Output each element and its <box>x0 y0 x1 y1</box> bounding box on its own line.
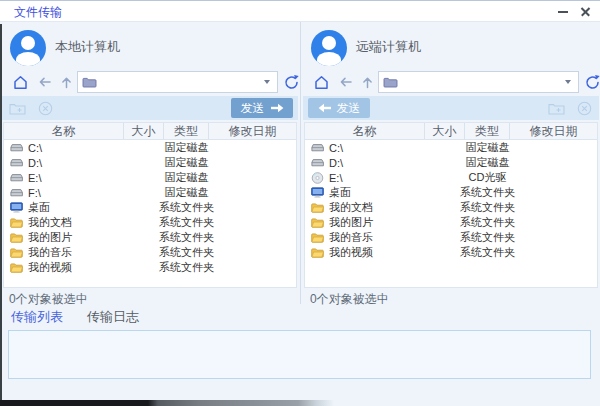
file-name: 我的视频 <box>329 245 373 260</box>
file-type: 系统文件夹 <box>465 200 510 215</box>
tab-transfer-list[interactable]: 传输列表 <box>11 308 63 332</box>
drive-icon <box>311 157 325 169</box>
file-name: 我的音乐 <box>28 245 72 260</box>
back-button[interactable] <box>34 72 54 92</box>
folder-icon <box>10 217 24 229</box>
file-name: E:\ <box>329 172 342 184</box>
back-button[interactable] <box>335 72 355 92</box>
file-type: CD光驱 <box>465 170 510 185</box>
file-name: E:\ <box>28 172 41 184</box>
file-row[interactable]: C:\ 固定磁盘 <box>4 140 296 155</box>
file-row[interactable]: E:\ CD光驱 <box>305 170 597 185</box>
remove-icon <box>38 101 53 116</box>
file-row[interactable]: D:\ 固定磁盘 <box>4 155 296 170</box>
file-name: 我的文档 <box>28 215 72 230</box>
file-type: 系统文件夹 <box>465 230 510 245</box>
file-row[interactable]: F:\ 固定磁盘 <box>4 185 296 200</box>
refresh-button[interactable] <box>281 72 301 92</box>
action-toolbar: 发送 <box>303 96 599 120</box>
remove-icon <box>577 101 592 116</box>
selection-status: 0个对象被选中 <box>9 291 88 308</box>
file-type: 固定磁盘 <box>164 170 209 185</box>
file-row[interactable]: 我的文档 系统文件夹 <box>305 200 597 215</box>
close-button[interactable] <box>574 1 596 22</box>
home-button[interactable] <box>311 72 331 92</box>
column-header-modified[interactable]: 修改日期 <box>209 123 296 139</box>
titlebar: 文件传输 <box>0 0 600 22</box>
computer-avatar-icon <box>10 30 46 66</box>
selection-status: 0个对象被选中 <box>310 291 389 308</box>
path-combobox[interactable] <box>378 71 579 93</box>
drive-icon <box>10 187 24 199</box>
file-name: 桌面 <box>329 185 351 200</box>
remove-button[interactable] <box>35 99 55 117</box>
refresh-button[interactable] <box>582 72 600 92</box>
back-arrow-icon <box>37 75 52 89</box>
arrow-left-icon <box>318 103 332 113</box>
new-folder-icon <box>548 102 565 115</box>
column-header-type[interactable]: 类型 <box>465 123 510 139</box>
send-button[interactable]: 发送 <box>231 98 293 118</box>
send-button-label: 发送 <box>241 100 265 117</box>
app-title: 文件传输 <box>14 4 62 21</box>
file-table: 名称 大小 类型 修改日期 C:\ 固定磁盘 D:\ 固定磁盘 <box>304 122 598 288</box>
file-row[interactable]: D:\ 固定磁盘 <box>305 155 597 170</box>
file-row[interactable]: 我的图片 系统文件夹 <box>305 215 597 230</box>
dropdown-caret-icon[interactable] <box>565 80 571 84</box>
file-row[interactable]: 我的音乐 系统文件夹 <box>305 230 597 245</box>
home-button[interactable] <box>10 72 30 92</box>
column-header-type[interactable]: 类型 <box>164 123 209 139</box>
bottom-tabs: 传输列表 传输日志 <box>11 308 139 332</box>
remove-button[interactable] <box>574 99 594 117</box>
file-name: 桌面 <box>28 200 50 215</box>
up-button[interactable] <box>56 72 76 92</box>
new-folder-button[interactable] <box>546 99 566 117</box>
send-button[interactable]: 发送 <box>308 98 370 118</box>
drive-icon <box>311 142 325 154</box>
file-row[interactable]: E:\ 固定磁盘 <box>4 170 296 185</box>
file-type: 固定磁盘 <box>465 140 510 155</box>
file-type: 固定磁盘 <box>164 155 209 170</box>
drive-icon <box>10 142 24 154</box>
panel-local-computer: 本地计算机 发送 名称 大小 类型 修改日期 <box>0 22 300 304</box>
file-row[interactable]: 我的图片 系统文件夹 <box>4 230 296 245</box>
up-arrow-icon <box>59 75 74 89</box>
file-name: 我的图片 <box>28 230 72 245</box>
folder-icon <box>10 247 24 259</box>
minimize-button[interactable] <box>552 1 574 22</box>
back-arrow-icon <box>338 75 353 89</box>
cd-icon <box>311 172 325 184</box>
path-combobox[interactable] <box>77 71 278 93</box>
tab-transfer-log[interactable]: 传输日志 <box>87 308 139 332</box>
file-row[interactable]: C:\ 固定磁盘 <box>305 140 597 155</box>
column-header-size[interactable]: 大小 <box>124 123 164 139</box>
dropdown-caret-icon[interactable] <box>264 80 270 84</box>
file-row[interactable]: 我的文档 系统文件夹 <box>4 215 296 230</box>
column-header-size[interactable]: 大小 <box>425 123 465 139</box>
file-row[interactable]: 我的音乐 系统文件夹 <box>4 245 296 260</box>
file-row[interactable]: 我的视频 系统文件夹 <box>4 260 296 275</box>
file-name: C:\ <box>28 142 42 154</box>
column-header-name[interactable]: 名称 <box>4 123 124 139</box>
column-header-name[interactable]: 名称 <box>305 123 425 139</box>
up-button[interactable] <box>357 72 377 92</box>
file-type: 固定磁盘 <box>164 140 209 155</box>
table-header: 名称 大小 类型 修改日期 <box>4 123 296 140</box>
file-name: D:\ <box>28 157 42 169</box>
file-type: 系统文件夹 <box>465 215 510 230</box>
file-type: 系统文件夹 <box>164 215 209 230</box>
file-name: 我的音乐 <box>329 230 373 245</box>
file-row[interactable]: 桌面 系统文件夹 <box>4 200 296 215</box>
file-row[interactable]: 桌面 系统文件夹 <box>305 185 597 200</box>
refresh-icon <box>584 74 600 91</box>
file-type: 系统文件夹 <box>164 230 209 245</box>
folder-icon <box>311 247 325 259</box>
column-header-modified[interactable]: 修改日期 <box>510 123 597 139</box>
desktop-icon <box>311 187 325 199</box>
close-icon <box>580 6 591 17</box>
file-type: 系统文件夹 <box>164 200 209 215</box>
file-row[interactable]: 我的视频 系统文件夹 <box>305 245 597 260</box>
folder-icon <box>10 262 24 274</box>
desktop-edge-artifact <box>0 400 600 406</box>
new-folder-button[interactable] <box>7 99 27 117</box>
